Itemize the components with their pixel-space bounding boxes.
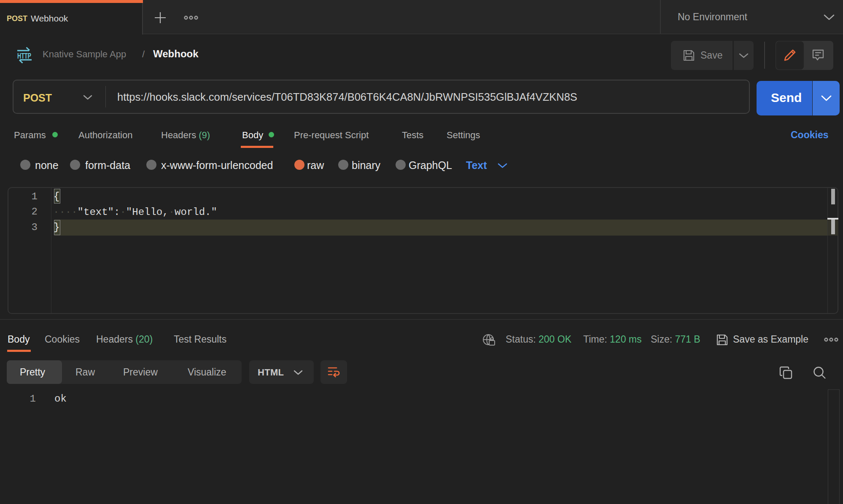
svg-text:HTTP: HTTP: [17, 51, 31, 60]
